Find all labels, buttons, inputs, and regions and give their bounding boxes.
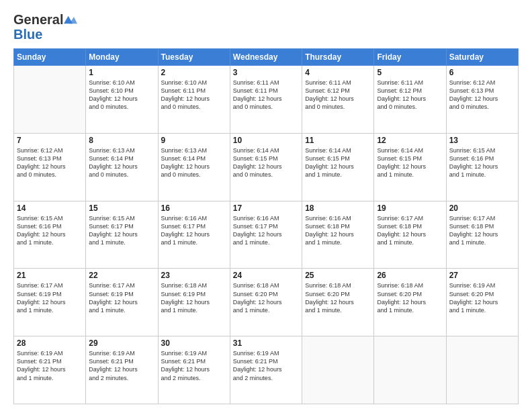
day-number: 14 [17,203,83,213]
day-number: 28 [17,338,83,348]
day-number: 10 [233,136,299,145]
logo-text: GeneralBlue [13,12,77,42]
day-number: 13 [449,136,515,145]
day-detail: Sunrise: 6:15 AM Sunset: 6:16 PM Dayligh… [17,214,83,247]
calendar-cell: 22Sunrise: 6:17 AM Sunset: 6:19 PM Dayli… [86,269,158,336]
day-number: 5 [377,68,443,77]
day-number: 15 [89,203,154,213]
calendar-week-row: 14Sunrise: 6:15 AM Sunset: 6:16 PM Dayli… [14,201,519,269]
calendar-week-row: 21Sunrise: 6:17 AM Sunset: 6:19 PM Dayli… [14,269,519,336]
calendar-cell: 15Sunrise: 6:15 AM Sunset: 6:17 PM Dayli… [86,201,158,269]
calendar-cell: 3Sunrise: 6:11 AM Sunset: 6:11 PM Daylig… [230,66,302,134]
calendar-week-row: 1Sunrise: 6:10 AM Sunset: 6:10 PM Daylig… [14,66,519,134]
calendar-header-cell: Sunday [14,49,86,66]
day-number: 11 [305,136,371,145]
day-number: 2 [161,68,227,77]
day-detail: Sunrise: 6:18 AM Sunset: 6:20 PM Dayligh… [233,281,299,314]
calendar-cell [14,66,86,134]
calendar-cell: 21Sunrise: 6:17 AM Sunset: 6:19 PM Dayli… [14,269,86,336]
day-number: 6 [449,68,515,77]
day-number: 7 [17,136,83,145]
day-detail: Sunrise: 6:19 AM Sunset: 6:21 PM Dayligh… [161,349,227,382]
day-number: 3 [233,68,299,77]
day-number: 19 [377,203,443,213]
day-detail: Sunrise: 6:16 AM Sunset: 6:17 PM Dayligh… [233,214,299,247]
calendar-body: 1Sunrise: 6:10 AM Sunset: 6:10 PM Daylig… [14,66,519,404]
calendar-cell: 1Sunrise: 6:10 AM Sunset: 6:10 PM Daylig… [86,66,158,134]
header: GeneralBlue [13,12,519,42]
day-number: 18 [305,203,371,213]
day-detail: Sunrise: 6:15 AM Sunset: 6:16 PM Dayligh… [449,146,515,179]
day-detail: Sunrise: 6:17 AM Sunset: 6:19 PM Dayligh… [89,281,154,314]
calendar-week-row: 28Sunrise: 6:19 AM Sunset: 6:21 PM Dayli… [14,336,519,404]
day-number: 29 [89,338,154,348]
calendar-cell: 24Sunrise: 6:18 AM Sunset: 6:20 PM Dayli… [230,269,302,336]
logo-general: General [13,12,63,27]
calendar-cell: 12Sunrise: 6:14 AM Sunset: 6:15 PM Dayli… [374,133,446,201]
day-detail: Sunrise: 6:10 AM Sunset: 6:10 PM Dayligh… [89,79,154,111]
day-number: 9 [161,136,227,145]
calendar-header-row: SundayMondayTuesdayWednesdayThursdayFrid… [14,49,519,66]
calendar-cell: 20Sunrise: 6:17 AM Sunset: 6:18 PM Dayli… [446,201,518,269]
day-detail: Sunrise: 6:18 AM Sunset: 6:20 PM Dayligh… [305,281,371,314]
calendar-header-cell: Wednesday [230,49,302,66]
calendar-cell: 23Sunrise: 6:18 AM Sunset: 6:19 PM Dayli… [158,269,230,336]
day-number: 30 [161,338,227,348]
calendar-cell: 27Sunrise: 6:19 AM Sunset: 6:20 PM Dayli… [446,269,518,336]
day-detail: Sunrise: 6:16 AM Sunset: 6:17 PM Dayligh… [161,214,227,247]
calendar-cell: 5Sunrise: 6:11 AM Sunset: 6:12 PM Daylig… [374,66,446,134]
day-number: 21 [17,271,83,280]
calendar-cell: 9Sunrise: 6:13 AM Sunset: 6:14 PM Daylig… [158,133,230,201]
day-detail: Sunrise: 6:12 AM Sunset: 6:13 PM Dayligh… [17,146,83,179]
calendar-week-row: 7Sunrise: 6:12 AM Sunset: 6:13 PM Daylig… [14,133,519,201]
day-number: 8 [89,136,154,145]
calendar-cell: 17Sunrise: 6:16 AM Sunset: 6:17 PM Dayli… [230,201,302,269]
day-number: 31 [233,338,299,348]
calendar-cell: 26Sunrise: 6:18 AM Sunset: 6:20 PM Dayli… [374,269,446,336]
day-detail: Sunrise: 6:11 AM Sunset: 6:11 PM Dayligh… [233,79,299,111]
day-detail: Sunrise: 6:12 AM Sunset: 6:13 PM Dayligh… [449,79,515,111]
day-detail: Sunrise: 6:11 AM Sunset: 6:12 PM Dayligh… [377,79,443,111]
calendar-header-cell: Saturday [446,49,518,66]
day-detail: Sunrise: 6:17 AM Sunset: 6:18 PM Dayligh… [449,214,515,247]
calendar-cell: 10Sunrise: 6:14 AM Sunset: 6:15 PM Dayli… [230,133,302,201]
logo-blue: Blue [13,27,77,42]
calendar-cell: 8Sunrise: 6:13 AM Sunset: 6:14 PM Daylig… [86,133,158,201]
calendar-cell: 13Sunrise: 6:15 AM Sunset: 6:16 PM Dayli… [446,133,518,201]
day-detail: Sunrise: 6:17 AM Sunset: 6:19 PM Dayligh… [17,281,83,314]
day-detail: Sunrise: 6:11 AM Sunset: 6:12 PM Dayligh… [305,79,371,111]
calendar-cell: 28Sunrise: 6:19 AM Sunset: 6:21 PM Dayli… [14,336,86,404]
calendar-cell: 25Sunrise: 6:18 AM Sunset: 6:20 PM Dayli… [302,269,374,336]
day-detail: Sunrise: 6:13 AM Sunset: 6:14 PM Dayligh… [161,146,227,179]
day-number: 12 [377,136,443,145]
calendar-cell: 29Sunrise: 6:19 AM Sunset: 6:21 PM Dayli… [86,336,158,404]
day-detail: Sunrise: 6:18 AM Sunset: 6:20 PM Dayligh… [377,281,443,314]
day-detail: Sunrise: 6:19 AM Sunset: 6:21 PM Dayligh… [233,349,299,382]
day-number: 20 [449,203,515,213]
day-number: 24 [233,271,299,280]
day-detail: Sunrise: 6:19 AM Sunset: 6:21 PM Dayligh… [89,349,154,382]
day-number: 25 [305,271,371,280]
calendar-header-cell: Tuesday [158,49,230,66]
page: GeneralBlue SundayMondayTuesdayWednesday… [0,0,532,411]
calendar-cell: 19Sunrise: 6:17 AM Sunset: 6:18 PM Dayli… [374,201,446,269]
day-detail: Sunrise: 6:19 AM Sunset: 6:20 PM Dayligh… [449,281,515,314]
day-detail: Sunrise: 6:18 AM Sunset: 6:19 PM Dayligh… [161,281,227,314]
logo: GeneralBlue [13,12,77,42]
day-detail: Sunrise: 6:19 AM Sunset: 6:21 PM Dayligh… [17,349,83,382]
calendar-cell: 7Sunrise: 6:12 AM Sunset: 6:13 PM Daylig… [14,133,86,201]
day-number: 22 [89,271,154,280]
calendar-cell: 2Sunrise: 6:10 AM Sunset: 6:11 PM Daylig… [158,66,230,134]
day-detail: Sunrise: 6:14 AM Sunset: 6:15 PM Dayligh… [377,146,443,179]
calendar-cell: 4Sunrise: 6:11 AM Sunset: 6:12 PM Daylig… [302,66,374,134]
calendar-cell: 11Sunrise: 6:14 AM Sunset: 6:15 PM Dayli… [302,133,374,201]
calendar-header-cell: Thursday [302,49,374,66]
day-detail: Sunrise: 6:10 AM Sunset: 6:11 PM Dayligh… [161,79,227,111]
day-detail: Sunrise: 6:15 AM Sunset: 6:17 PM Dayligh… [89,214,154,247]
day-number: 27 [449,271,515,280]
day-detail: Sunrise: 6:13 AM Sunset: 6:14 PM Dayligh… [89,146,154,179]
day-number: 16 [161,203,227,213]
calendar-cell: 18Sunrise: 6:16 AM Sunset: 6:18 PM Dayli… [302,201,374,269]
day-number: 23 [161,271,227,280]
calendar-cell: 16Sunrise: 6:16 AM Sunset: 6:17 PM Dayli… [158,201,230,269]
